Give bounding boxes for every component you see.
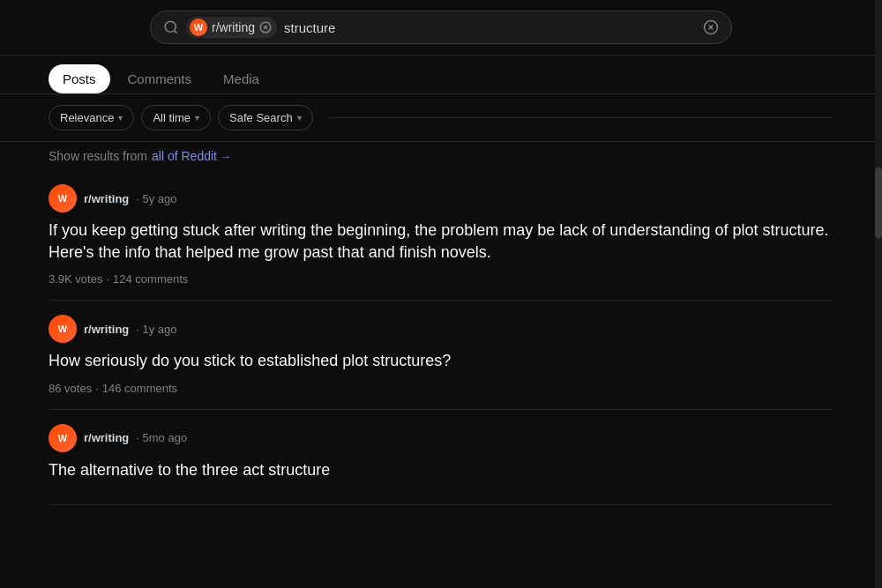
arrow-icon: → [220,150,231,163]
scrollbar-track [875,0,882,588]
safe-search-filter[interactable]: Safe Search ▾ [218,105,313,130]
post-item: W r/writing · 5mo ago The alternative to… [49,410,833,505]
post-stats: 86 votes · 146 comments [49,382,833,395]
search-input[interactable] [284,20,696,35]
chevron-down-icon: ▾ [297,113,302,123]
chevron-down-icon: ▾ [195,113,199,123]
post-time: · 5mo ago [136,431,187,444]
post-subreddit[interactable]: r/writing [84,192,129,205]
chevron-down-icon: ▾ [118,113,123,123]
post-item: W r/writing · 5y ago If you keep getting… [49,170,833,301]
post-stats: 3.9K votes · 124 comments [49,272,833,286]
relevance-filter[interactable]: Relevance ▾ [49,105,134,130]
post-time: · 5y ago [136,192,176,205]
results-list: W r/writing · 5y ago If you keep getting… [0,170,882,505]
subreddit-pill-close[interactable] [259,21,272,33]
scrollbar-thumb[interactable] [875,167,882,238]
post-meta: W r/writing · 5y ago [49,184,833,212]
tab-media[interactable]: Media [209,64,273,93]
post-title[interactable]: The alternative to the three act structu… [49,459,833,481]
tab-comments[interactable]: Comments [114,64,206,93]
search-bar: W r/writing [150,11,732,44]
tabs-section: Posts Comments Media [0,56,882,94]
avatar: W [49,424,77,452]
subreddit-pill[interactable]: W r/writing [186,17,277,38]
post-time: · 1y ago [136,323,176,336]
filters-section: Relevance ▾ All time ▾ Safe Search ▾ [0,94,882,142]
svg-line-1 [174,30,176,33]
post-meta: W r/writing · 5mo ago [49,424,833,452]
tab-posts[interactable]: Posts [49,64,110,93]
time-filter[interactable]: All time ▾ [141,105,211,130]
top-bar: W r/writing [0,0,882,56]
show-results-label: Show results from [49,149,147,163]
avatar: W [49,315,77,343]
search-clear-button[interactable] [703,19,719,35]
svg-point-0 [165,21,176,32]
post-subreddit[interactable]: r/writing [84,431,129,444]
all-of-reddit-link[interactable]: all of Reddit → [152,149,231,163]
show-results-bar: Show results from all of Reddit → [0,142,882,170]
post-title[interactable]: If you keep getting stuck after writing … [49,220,833,264]
search-icon [163,19,179,35]
post-title[interactable]: How seriously do you stick to establishe… [49,350,833,372]
post-item: W r/writing · 1y ago How seriously do yo… [49,301,833,409]
post-subreddit[interactable]: r/writing [84,323,129,336]
post-meta: W r/writing · 1y ago [49,315,833,343]
avatar: W [49,184,77,212]
subreddit-avatar: W [190,19,207,36]
filter-divider [329,117,833,118]
subreddit-name: r/writing [212,20,255,34]
